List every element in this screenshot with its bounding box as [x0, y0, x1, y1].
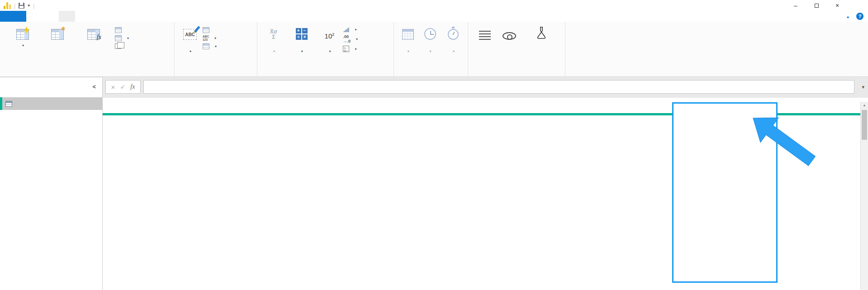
clock-icon — [422, 26, 438, 40]
parse-icon — [203, 43, 209, 49]
extract-icon — [203, 35, 209, 41]
standard-operators-icon: +−÷× — [294, 26, 309, 40]
dropdown-caret-icon: ▾ — [301, 49, 303, 53]
formula-input[interactable] — [143, 80, 854, 94]
duplicate-column-button[interactable] — [115, 43, 170, 49]
scroll-up-icon[interactable]: ▲ — [861, 103, 868, 107]
parse-button[interactable]: ▾ — [203, 43, 255, 49]
maximize-button[interactable] — [806, 0, 827, 11]
ribbon-group-from-text: ABC ▾ ▾ ▾ — [175, 22, 257, 76]
text-lines-icon — [477, 26, 493, 40]
rounding-icon: .00→.0 — [343, 34, 351, 43]
flask-icon — [536, 26, 547, 39]
dropdown-caret-icon: ▾ — [127, 36, 129, 40]
invoke-custom-function-button[interactable]: fx — [72, 24, 115, 66]
divider: | — [33, 2, 34, 9]
information-icon: 1−3+ — [343, 46, 349, 52]
save-icon[interactable] — [19, 3, 24, 9]
query-table-icon — [5, 101, 12, 107]
table-lightning-icon — [15, 26, 30, 40]
ribbon-group-from-date-time: ▾ ▾ ▾ — [394, 22, 468, 76]
dropdown-caret-icon: ▾ — [356, 37, 358, 41]
ten-squared-icon: 102 — [322, 26, 337, 40]
quick-access-caret-icon[interactable]: ▾ — [28, 3, 30, 8]
date-button[interactable]: ▾ — [397, 24, 419, 66]
formula-actions: × ✓ fx — [105, 80, 141, 94]
queries-panel: < — [0, 77, 103, 290]
dropdown-caret-icon: ▾ — [355, 28, 356, 32]
tab-add-column[interactable] — [59, 11, 75, 22]
ribbon-group-from-number: X̄σΣ ▾ +−÷× ▾ 102 ▾ ▾ .00→ — [257, 22, 394, 76]
dropdown-caret-icon: ▾ — [214, 36, 216, 40]
query-list-item[interactable] — [0, 97, 103, 110]
dropdown-caret-icon: ▾ — [408, 49, 409, 53]
power-query-editor-window: | ▾ | – × ▴ ? — [0, 0, 868, 290]
table-sparkle-icon: * — [50, 26, 65, 40]
duration-button[interactable]: ▾ — [441, 24, 466, 66]
duplicate-column-icon — [115, 43, 121, 49]
cancel-formula-icon[interactable]: × — [111, 83, 115, 91]
collapse-ribbon-icon[interactable]: ▴ — [847, 14, 849, 19]
triangle-icon — [343, 27, 349, 32]
dropdown-caret-icon: ▾ — [430, 49, 432, 53]
divider: | — [14, 2, 15, 9]
scrollbar-thumb[interactable] — [862, 110, 867, 140]
dropdown-caret-icon: ▾ — [215, 44, 217, 48]
query-selected-accent — [0, 97, 2, 110]
custom-column-button[interactable]: * — [43, 24, 72, 66]
dropdown-caret-icon: ▾ — [22, 43, 24, 48]
tab-file[interactable] — [0, 11, 26, 22]
format-abc-pencil-icon: ABC — [182, 26, 198, 40]
tab-home[interactable] — [26, 11, 43, 22]
standard-button[interactable]: +−÷× ▾ — [287, 24, 316, 66]
information-button[interactable]: 1−3+ ▾ — [343, 46, 392, 52]
ribbon: ▾ * fx ▾ — [0, 22, 868, 77]
dropdown-caret-icon: ▾ — [273, 49, 275, 53]
stopwatch-icon — [446, 26, 461, 40]
calendar-icon — [400, 26, 416, 40]
help-icon[interactable]: ? — [856, 13, 863, 20]
time-button[interactable]: ▾ — [419, 24, 441, 66]
merge-columns-icon — [203, 27, 209, 33]
extract-button[interactable]: ▾ — [203, 35, 255, 41]
expand-formula-icon[interactable]: ▾ — [862, 84, 864, 90]
tab-view[interactable] — [75, 11, 91, 22]
conditional-column-button[interactable] — [115, 27, 170, 33]
table-fx-icon: fx — [86, 26, 101, 40]
dropdown-caret-icon: ▾ — [329, 49, 331, 53]
minimize-button[interactable]: – — [785, 0, 806, 11]
index-column-button[interactable]: ▾ — [115, 35, 170, 41]
ribbon-group-general: ▾ * fx ▾ — [0, 22, 175, 76]
column-from-examples-button[interactable]: ▾ — [3, 24, 43, 66]
tab-transform[interactable] — [43, 11, 59, 22]
tab-help[interactable] — [108, 11, 124, 22]
azure-machine-learning-button[interactable] — [520, 24, 563, 66]
dropdown-caret-icon: ▾ — [190, 49, 191, 53]
scientific-button[interactable]: 102 ▾ — [316, 24, 343, 66]
trigonometry-button[interactable]: ▾ — [343, 27, 392, 32]
ribbon-group-ai-insights — [468, 22, 565, 76]
tab-tools[interactable] — [91, 11, 108, 22]
statistics-sigma-icon: X̄σΣ — [266, 26, 281, 40]
statistics-button[interactable]: X̄σΣ ▾ — [260, 24, 287, 66]
power-bi-logo-icon — [4, 2, 11, 9]
rounding-button[interactable]: .00→.0 ▾ — [343, 34, 392, 43]
vertical-scrollbar[interactable]: ▲ — [860, 102, 868, 290]
dropdown-caret-icon: ▾ — [453, 49, 455, 53]
text-analytics-button[interactable] — [471, 24, 498, 66]
collapse-panel-icon[interactable]: < — [92, 83, 96, 90]
formula-bar: × ✓ fx ▾ — [103, 77, 868, 98]
conditional-column-icon — [115, 27, 122, 33]
fx-icon[interactable]: fx — [130, 83, 135, 90]
ribbon-tab-row: ▴ ? — [0, 11, 868, 22]
vision-button[interactable] — [498, 24, 520, 66]
commit-formula-icon[interactable]: ✓ — [120, 83, 125, 90]
eye-icon — [502, 26, 517, 40]
index-column-icon — [115, 35, 122, 41]
format-button[interactable]: ABC ▾ — [177, 24, 203, 66]
pointer-arrow-annotation — [751, 116, 819, 170]
merge-columns-button[interactable] — [203, 27, 255, 33]
close-button[interactable]: × — [827, 0, 848, 11]
dropdown-caret-icon: ▾ — [355, 47, 356, 51]
title-bar: | ▾ | – × — [0, 0, 868, 11]
